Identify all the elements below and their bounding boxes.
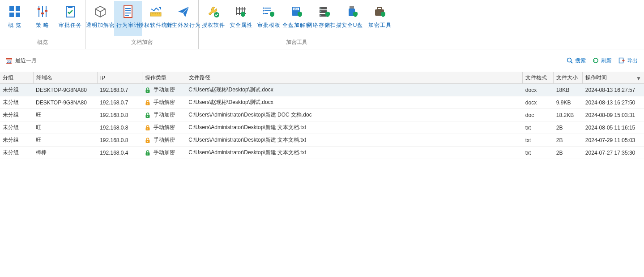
cell-terminal: 旺 [33, 121, 97, 134]
cell-ip: 192.168.0.8 [97, 134, 142, 147]
svg-rect-3 [16, 13, 20, 17]
cell-ip: 192.168.0.8 [97, 109, 142, 121]
ribbon-group-label: 概览 [1, 36, 84, 49]
table-row[interactable]: 未分组旺192.168.0.8 手动解密C:\Users\Administrat… [0, 121, 644, 134]
svg-rect-11 [68, 6, 73, 8]
svg-text:23: 23 [7, 60, 11, 64]
cell-time: 2024-07-29 11:05:03 [583, 134, 644, 147]
ribbon-item-label: 安全U盘 [341, 20, 363, 29]
svg-rect-45 [350, 6, 354, 9]
cell-op: 手动解密 [142, 121, 186, 134]
svg-point-35 [263, 13, 264, 14]
svg-point-58 [147, 103, 148, 104]
table-row[interactable]: 未分组旺192.168.0.8 手动解密C:\Users\Administrat… [0, 134, 644, 147]
ribbon-security-attr[interactable]: 安全属性 [227, 1, 255, 36]
filter-bar: 23 最近一月 搜索 刷新 导出 [0, 49, 644, 72]
ribbon-self-outgoing[interactable]: 自主外发行为 [170, 1, 197, 36]
cell-ip: 192.168.0.7 [97, 84, 142, 96]
svg-rect-0 [9, 6, 14, 11]
col-header-terminal[interactable]: 终端名 [33, 72, 97, 84]
op-label: 手动加密 [154, 149, 175, 156]
sort-desc-icon[interactable]: ▼ [636, 75, 641, 82]
lock-closed-icon [145, 87, 151, 93]
ribbon-strategy[interactable]: 策 略 [29, 1, 56, 36]
ribbon-group: 授权软件安全属性审批模板SSD全盘加解密网络存储扫描安全U盘加密工具加密工具 [199, 0, 395, 49]
ribbon-overview[interactable]: 概 览 [1, 1, 29, 36]
ribbon-auth-software[interactable]: 授权软件 [200, 1, 227, 36]
svg-rect-7 [38, 8, 40, 10]
cell-size: 18KB [554, 84, 583, 96]
search-label: 搜索 [575, 57, 586, 65]
cell-fmt: docx [523, 96, 554, 109]
cube-icon [93, 4, 107, 20]
lock-closed-icon [145, 112, 151, 118]
cell-op: 手动加密 [142, 109, 186, 121]
col-header-fmt[interactable]: 文件格式 [523, 72, 554, 84]
col-header-size[interactable]: 文件大小 [554, 72, 583, 84]
cell-group: 未分组 [0, 134, 33, 147]
server-shield-icon [317, 4, 332, 20]
col-header-time[interactable]: 操作时间 ▼ [583, 72, 644, 84]
wrench-check-icon [206, 4, 221, 20]
lock-open-icon [145, 125, 151, 131]
ribbon-approval[interactable]: 审批任务 [56, 1, 84, 36]
fence-shield-icon [234, 4, 248, 20]
svg-point-52 [567, 58, 571, 62]
ribbon-group-label: 文档加密 [86, 36, 197, 49]
refresh-icon [592, 57, 599, 64]
col-header-ip[interactable]: IP [97, 72, 142, 84]
cell-group: 未分组 [0, 147, 33, 159]
usb-shield-icon [345, 4, 359, 20]
cell-path: C:\Users\Administrator\Desktop\新建 文本文档.t… [186, 147, 523, 159]
date-range-dropdown[interactable]: 23 最近一月 [5, 57, 37, 65]
svg-point-66 [147, 153, 148, 154]
grid-icon [8, 4, 22, 20]
ribbon-network-scan[interactable]: 网络存储扫描 [311, 1, 338, 36]
lock-open-icon [145, 100, 151, 106]
cell-fmt: txt [523, 121, 554, 134]
table-row[interactable]: 未分组DESKTOP-9G8NA80192.168.0.7 手动加密C:\Use… [0, 84, 644, 96]
svg-rect-1 [16, 6, 20, 11]
svg-rect-12 [124, 6, 132, 17]
refresh-button[interactable]: 刷新 [592, 57, 612, 65]
ribbon-group: 透明加解密行为审计授权软件统计自主外发行为文档加密 [85, 0, 199, 49]
ribbon-behavior-audit[interactable]: 行为审计 [114, 1, 142, 36]
table-row[interactable]: 未分组DESKTOP-9G8NA80192.168.0.7 手动解密C:\Use… [0, 96, 644, 109]
export-button[interactable]: 导出 [618, 57, 638, 65]
ribbon-item-label: 审批模板 [257, 20, 281, 29]
ribbon-secure-usb[interactable]: 安全U盘 [338, 1, 366, 36]
svg-line-53 [571, 62, 573, 64]
col-header-group[interactable]: 分组 [0, 72, 33, 84]
cell-op: 手动加密 [142, 147, 186, 159]
cell-time: 2024-08-09 15:03:31 [583, 109, 644, 121]
cell-group: 未分组 [0, 84, 33, 96]
ribbon-item-label: 网络存储扫描 [307, 20, 342, 29]
ribbon-full-disk[interactable]: SSD全盘加解密 [283, 1, 311, 36]
cell-time: 2024-08-13 16:27:57 [583, 84, 644, 96]
ruler-chart-icon [149, 4, 163, 20]
ribbon-transparent-encrypt[interactable]: 透明加解密 [86, 1, 114, 36]
col-header-op[interactable]: 操作类型 [142, 72, 186, 84]
table-row[interactable]: 未分组棒棒192.168.0.4 手动加密C:\Users\Administra… [0, 147, 644, 159]
ribbon-item-label: 概 览 [8, 20, 21, 29]
op-label: 手动解密 [154, 99, 175, 106]
cell-size: 9.9KB [554, 96, 583, 109]
table-row[interactable]: 未分组旺192.168.0.8 手动加密C:\Users\Administrat… [0, 109, 644, 121]
ribbon-item-label: 策 略 [36, 20, 49, 29]
op-label: 手动解密 [154, 124, 175, 131]
search-button[interactable]: 搜索 [566, 57, 586, 65]
ribbon-encrypt-tools[interactable]: 加密工具 [366, 1, 394, 36]
col-header-path[interactable]: 文件路径 [186, 72, 523, 84]
svg-text:SSD: SSD [294, 8, 299, 10]
cell-ip: 192.168.0.8 [97, 121, 142, 134]
svg-point-42 [320, 8, 321, 9]
cell-time: 2024-07-27 17:35:30 [583, 147, 644, 159]
cell-size: 2B [554, 121, 583, 134]
svg-point-62 [147, 128, 148, 129]
cell-terminal: 旺 [33, 134, 97, 147]
ribbon-software-stats[interactable]: 授权软件统计 [142, 1, 170, 36]
briefcase-shield-icon [373, 4, 387, 20]
cell-path: C:\Users\Administrator\Desktop\新建 文本文档.t… [186, 134, 523, 147]
ribbon-approval-tpl[interactable]: 审批模板 [255, 1, 283, 36]
cell-size: 2B [554, 134, 583, 147]
